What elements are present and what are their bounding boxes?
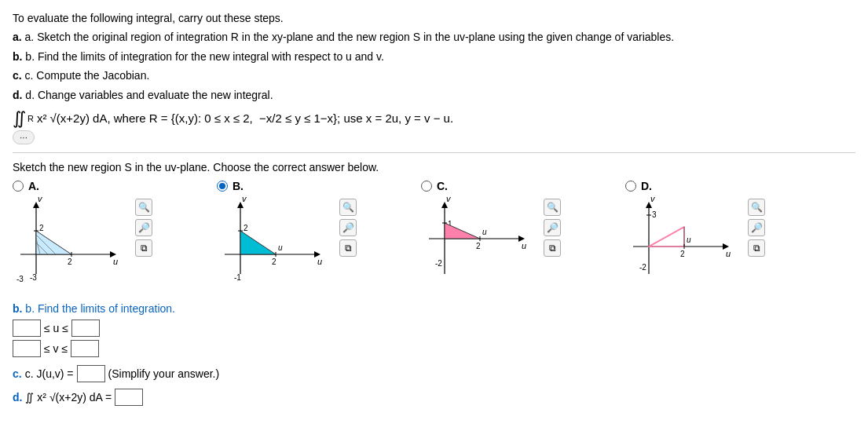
choice-C: C. v u 1 2 bbox=[421, 180, 617, 290]
zoom-out-A[interactable]: 🔎 bbox=[135, 219, 152, 236]
svg-text:u: u bbox=[113, 257, 118, 266]
external-B[interactable]: ⧉ bbox=[339, 239, 357, 257]
graph-D-container: v u 3 2 -2 u 🔍 bbox=[625, 195, 765, 290]
svg-text:v: v bbox=[650, 195, 656, 203]
graph-B-controls: 🔍 🔎 ⧉ bbox=[339, 199, 357, 257]
graph-B: v u 2 2 -1 u bbox=[217, 195, 335, 290]
limit-v-right-input[interactable] bbox=[71, 340, 99, 357]
part-b-label: b. b. Find the limits of integration. bbox=[13, 302, 855, 315]
zoom-in-D[interactable]: 🔍 bbox=[748, 199, 765, 216]
radio-C[interactable] bbox=[421, 181, 432, 192]
expand-button[interactable]: ··· bbox=[13, 130, 35, 144]
external-A[interactable]: ⧉ bbox=[135, 239, 152, 257]
intro-line-a: a. a. Sketch the original region of inte… bbox=[13, 28, 855, 46]
svg-text:u: u bbox=[726, 249, 731, 258]
svg-text:u: u bbox=[482, 228, 487, 236]
part-c: c. c. J(u,v) = (Simplify your answer.) bbox=[13, 365, 855, 382]
svg-text:-2: -2 bbox=[435, 259, 442, 268]
part-c-hint: (Simplify your answer.) bbox=[108, 367, 220, 380]
svg-line-51 bbox=[649, 227, 684, 247]
intro-line-d: d. d. Change variables and evaluate the … bbox=[13, 86, 855, 104]
radio-A[interactable] bbox=[13, 181, 24, 192]
graph-C-container: v u 1 2 u -2 🔍 🔎 ⧉ bbox=[421, 195, 561, 290]
svg-text:2: 2 bbox=[39, 224, 44, 232]
intro-line-c: c. c. Compute the Jacobian. bbox=[13, 67, 855, 84]
graph-D-svg: v u 3 2 -2 u bbox=[625, 195, 743, 290]
zoom-in-C[interactable]: 🔍 bbox=[544, 199, 561, 216]
intro-line-b: b. b. Find the limits of integration for… bbox=[13, 48, 855, 65]
limit-u-left-input[interactable] bbox=[13, 320, 41, 337]
graph-A: v u 2 2 -3 -3 bbox=[13, 195, 130, 290]
divider bbox=[13, 152, 855, 153]
limit-u-line: ≤ u ≤ bbox=[13, 320, 855, 337]
section-sketch-label: Sketch the new region S in the uv-plane.… bbox=[13, 161, 855, 173]
limits-row: ≤ u ≤ ≤ v ≤ bbox=[13, 320, 855, 357]
part-d: d. ∬ x² √(x+2y) dA = bbox=[13, 389, 855, 406]
graph-C-svg: v u 1 2 u -2 bbox=[421, 195, 539, 290]
svg-marker-9 bbox=[36, 231, 71, 254]
graph-B-container: v u 2 2 -1 u 🔍 🔎 ⧉ bbox=[217, 195, 357, 290]
choice-letter-C: C. bbox=[437, 180, 448, 192]
svg-text:3: 3 bbox=[652, 210, 657, 219]
choice-letter-D: D. bbox=[641, 180, 652, 192]
svg-marker-24 bbox=[240, 231, 276, 254]
choice-letter-B: B. bbox=[233, 180, 244, 192]
limit-v-left-input[interactable] bbox=[13, 340, 41, 357]
choices-row: A. v u 2 2 -3 bbox=[13, 180, 855, 290]
svg-text:u: u bbox=[278, 243, 283, 252]
svg-marker-37 bbox=[445, 223, 480, 239]
graph-D: v u 3 2 -2 u bbox=[625, 195, 743, 290]
zoom-out-B[interactable]: 🔎 bbox=[339, 219, 357, 236]
graph-C-controls: 🔍 🔎 ⧉ bbox=[544, 199, 561, 257]
svg-text:2: 2 bbox=[68, 258, 72, 266]
graph-C: v u 1 2 u -2 bbox=[421, 195, 539, 290]
part-c-bold: c. bbox=[13, 367, 22, 380]
part-d-bold: d. bbox=[13, 391, 22, 404]
svg-text:u: u bbox=[687, 236, 691, 244]
svg-text:-1: -1 bbox=[234, 273, 241, 282]
graph-A-container: v u 2 2 -3 -3 bbox=[13, 195, 152, 290]
svg-text:2: 2 bbox=[244, 224, 248, 232]
choice-D: D. v u 3 2 bbox=[625, 180, 822, 290]
choice-letter-A: A. bbox=[28, 180, 39, 192]
svg-text:-3: -3 bbox=[16, 275, 24, 283]
radio-B[interactable] bbox=[217, 181, 228, 192]
graph-D-controls: 🔍 🔎 ⧉ bbox=[748, 199, 765, 257]
choice-A: A. v u 2 2 -3 bbox=[13, 180, 209, 290]
choice-B: B. v u 2 2 bbox=[217, 180, 413, 290]
intro-line0: To evaluate the following integral, carr… bbox=[13, 9, 855, 27]
part-c-label: c. J(u,v) = bbox=[25, 367, 74, 380]
svg-text:-3: -3 bbox=[30, 273, 37, 282]
radio-D[interactable] bbox=[625, 181, 636, 192]
final-answer-input[interactable] bbox=[115, 389, 143, 406]
limit-u-right-input[interactable] bbox=[71, 320, 100, 337]
limit-v-leq1: ≤ v ≤ bbox=[44, 342, 68, 355]
svg-text:2: 2 bbox=[476, 242, 481, 250]
external-D[interactable]: ⧉ bbox=[748, 239, 765, 257]
external-C[interactable]: ⧉ bbox=[544, 239, 561, 257]
limit-u-leq1: ≤ u ≤ bbox=[44, 322, 68, 334]
zoom-in-A[interactable]: 🔍 bbox=[135, 199, 152, 216]
svg-text:v: v bbox=[242, 195, 247, 203]
zoom-out-C[interactable]: 🔎 bbox=[544, 219, 561, 236]
zoom-out-D[interactable]: 🔎 bbox=[748, 219, 765, 236]
graph-A-controls: 🔍 🔎 ⧉ bbox=[135, 199, 152, 257]
intro-section: To evaluate the following integral, carr… bbox=[13, 9, 855, 104]
svg-text:v: v bbox=[446, 195, 452, 203]
limit-v-line: ≤ v ≤ bbox=[13, 340, 855, 357]
integral-display: ∬ R x² √(x+2y) dA, where R = {(x,y): 0 ≤… bbox=[13, 110, 855, 127]
graph-A-svg: v u 2 2 -3 -3 bbox=[13, 195, 130, 290]
svg-text:2: 2 bbox=[272, 258, 277, 266]
svg-text:v: v bbox=[38, 195, 43, 203]
svg-text:2: 2 bbox=[680, 250, 685, 258]
svg-text:-2: -2 bbox=[639, 263, 646, 272]
zoom-in-B[interactable]: 🔍 bbox=[339, 199, 357, 216]
jacobian-input[interactable] bbox=[77, 365, 105, 382]
part-b: b. b. Find the limits of integration. ≤ … bbox=[13, 302, 855, 357]
svg-text:u: u bbox=[317, 257, 322, 266]
svg-text:u: u bbox=[522, 241, 526, 250]
graph-B-svg: v u 2 2 -1 u bbox=[217, 195, 335, 290]
